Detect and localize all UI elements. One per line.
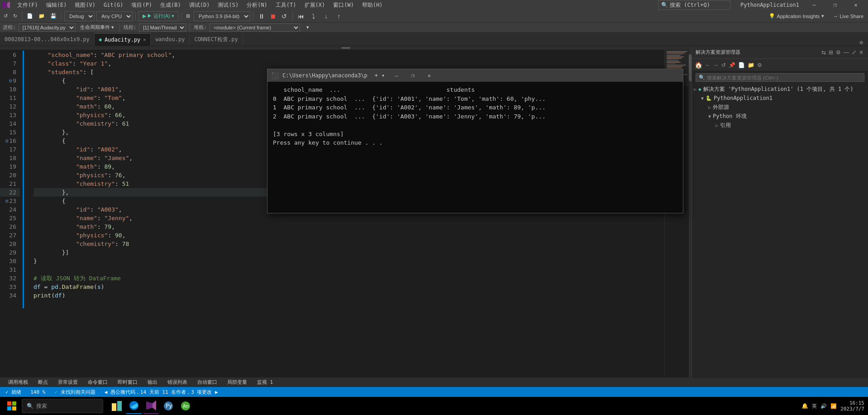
menu-window[interactable]: 窗口(W) [329,0,358,10]
taskbar-app-explorer[interactable] [109,398,125,414]
debug-stop-button[interactable]: ⏹ [267,11,278,21]
taskbar-clock[interactable]: 16:15 2023/7/7 [840,400,864,412]
menu-git[interactable]: Git(G) [100,1,127,9]
tab-00020813[interactable]: 00020813-00...046x0x1x9.py [0,33,95,46]
solution-search-input[interactable] [707,75,861,80]
sol-sync-button[interactable]: ⇆ [820,48,827,57]
new-file-button[interactable]: 📄 [25,12,35,20]
sol-forward-button[interactable]: → [712,61,720,69]
sol-filter-button[interactable]: ⊞ [828,48,834,57]
terminal-tab-menu[interactable]: ▾ [382,72,385,79]
sol-back-button[interactable]: ← [704,61,711,69]
status-zoom[interactable]: 140 % [29,389,47,395]
bottom-tab-command[interactable]: 命令窗口 [83,377,112,387]
bottom-tab-immediate[interactable]: 即时窗口 [113,377,142,387]
cpu-dropdown[interactable]: Any CPU [96,11,133,21]
lifecycle-button[interactable]: 生命周期事件 ▾ [78,23,116,32]
taskbar-app-python[interactable]: Py [160,398,176,414]
taskbar-language-indicator[interactable]: 英 [812,403,817,410]
taskbar-search-box[interactable]: 🔍 搜索 [22,399,103,413]
status-hint[interactable]: ◀ 愚公搬代码，14 天前 11 名作者，3 项更改 ▶ [103,389,220,396]
taskbar-app-anaconda[interactable]: An [177,398,194,414]
menu-search-box[interactable]: 🔍 搜索 (Ctrl+Q) [658,0,730,10]
redo-button[interactable]: ↻ [11,12,19,20]
sol-item-external[interactable]: ▷ 外部源 [692,103,868,112]
debug-step-back[interactable]: ⏮ [296,11,306,21]
menu-build[interactable]: 生成(B) [157,0,185,10]
stack-more-button[interactable]: ▾ [305,24,311,31]
python-version-dropdown[interactable]: Python 3.9 (64-bit) [194,11,250,21]
debug-mode-dropdown[interactable]: Debug [64,11,95,21]
thread-dropdown[interactable]: [1] MainThread [139,24,186,32]
menu-project[interactable]: 项目(P) [128,0,156,10]
tab-close-audacity[interactable]: ✕ [143,37,146,42]
tab-wandou[interactable]: wandou.py [151,33,190,46]
tab-audacity[interactable]: ● Audacity.py ✕ [95,33,151,46]
taskbar-notification-icon[interactable]: 🔔 [801,403,808,409]
bottom-tab-locals[interactable]: 局部变量 [223,377,252,387]
sol-item-project[interactable]: ▼ 🐍 PythonApplication1 [692,94,868,103]
sol-minimize-button[interactable]: — [843,48,850,57]
bottom-tab-watch[interactable]: 监视 1 [253,377,277,387]
menu-analyze[interactable]: 分析(N) [243,0,271,10]
bottom-tab-autos[interactable]: 自动窗口 [193,377,222,387]
restore-button[interactable]: ❐ [825,0,845,10]
menu-file[interactable]: 文件(F) [14,0,42,10]
menu-edit[interactable]: 编辑(E) [43,0,71,10]
status-ready[interactable]: ✓ 就绪 [4,389,23,396]
taskbar-volume-icon[interactable]: 🔊 [820,403,827,409]
menu-test[interactable]: 测试(S) [214,0,242,10]
debug-pause-button[interactable]: ⏸ [256,11,267,21]
taskbar-network-icon[interactable]: 📶 [830,403,837,409]
terminal-close[interactable]: ✕ [421,70,437,81]
sol-item-reference[interactable]: ▷ 引用 [692,121,868,130]
bottom-tab-callstack[interactable]: 调用堆栈 [4,377,33,387]
debug-step-over[interactable]: ⤵ [308,11,319,21]
toolbar-extra-btn[interactable]: ⊞ [184,12,192,20]
debug-step-into[interactable]: ↓ [321,11,332,21]
menu-help[interactable]: 帮助(H) [358,0,386,10]
undo-button[interactable]: ↺ [2,12,10,20]
bottom-tab-breakpoints[interactable]: 断点 [33,377,52,387]
tab-settings-button[interactable]: ⚙ [854,39,868,46]
solution-search-box[interactable]: 🔍 [696,73,864,82]
app-insights-button[interactable]: 💡 Application Insights ▾ [766,12,827,20]
debug-restart-button[interactable]: ↺ [279,11,290,21]
sol-home-button[interactable]: 🏠 [694,61,703,70]
terminal-body[interactable]: school_name ... students 0 ABC primary s… [267,82,683,213]
sol-item-python-env[interactable]: ▼ Python 环境 [692,112,868,121]
taskbar-app-edge[interactable] [126,398,142,414]
minimize-button[interactable]: — [804,0,825,10]
close-button[interactable]: ✕ [845,0,866,10]
sol-refresh-button[interactable]: ↺ [720,61,727,69]
save-button[interactable]: 💾 [48,12,58,20]
bottom-tab-output[interactable]: 输出 [143,377,162,387]
taskbar-start-button[interactable] [4,398,20,414]
sol-expand-button[interactable]: ⤢ [851,48,857,57]
sol-close-button[interactable]: ✕ [858,48,864,57]
process-dropdown[interactable]: [17616] Audacity.py [19,24,76,32]
sol-item-solution[interactable]: ▷ ◆ 解决方案 'PythonApplication1' (1 个项目, 共 … [692,85,868,94]
terminal-minimize[interactable]: — [388,70,405,81]
debug-step-out[interactable]: ↑ [334,11,344,21]
tab-connect[interactable]: CONNECT检查.py [190,33,243,46]
menu-view[interactable]: 视图(V) [71,0,99,10]
taskbar-app-vs[interactable] [143,398,159,414]
sol-pin-button[interactable]: 📌 [728,61,736,69]
open-button[interactable]: 📁 [37,12,47,20]
sol-gear-button[interactable]: ⚙ [835,48,842,57]
menu-tools[interactable]: 工具(T) [272,0,300,10]
menu-extensions[interactable]: 扩展(X) [301,0,329,10]
run-button[interactable]: ▶ ▶ 运行(A) ▾ [138,11,178,21]
status-no-issues[interactable]: ✓ 未找到相关问题 [52,389,97,396]
sol-folder-button[interactable]: 📁 [747,61,755,69]
terminal-restore[interactable]: ❐ [405,70,421,81]
live-share-button[interactable]: ↔ Live Share [830,13,866,20]
terminal-tab-add[interactable]: + [375,72,378,79]
sol-settings2-button[interactable]: ⚙ [756,61,763,69]
bottom-tab-error-list[interactable]: 错误列表 [163,377,192,387]
sol-new-button[interactable]: 📄 [737,61,746,69]
menu-debug[interactable]: 调试(D) [186,0,214,10]
stack-dropdown[interactable]: <module> (Current frame) [210,24,300,32]
bottom-tab-exceptions[interactable]: 异常设置 [53,377,82,387]
